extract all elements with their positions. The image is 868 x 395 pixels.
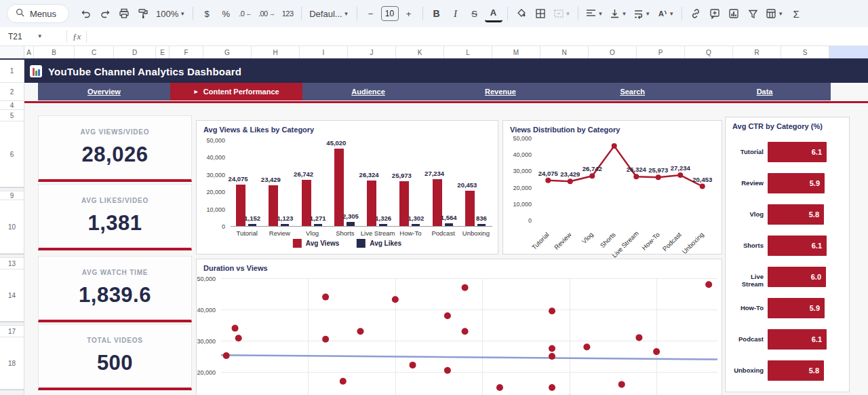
bar-avg-likes[interactable] (379, 224, 387, 226)
column-header-H[interactable]: H (252, 46, 300, 58)
hbar-tutorial[interactable]: 6.1 (768, 142, 827, 162)
hbar-unboxing[interactable]: 5.8 (768, 360, 824, 381)
hbar-category-label: Vlog (728, 210, 764, 218)
row-header-17[interactable]: 17 (0, 326, 24, 337)
font-size-input[interactable]: 10 (381, 6, 399, 21)
row-header-18[interactable]: 18 (0, 337, 24, 390)
functions-button[interactable]: Σ (787, 5, 805, 22)
zoom-select[interactable]: 100%▼ (153, 5, 188, 22)
filter-button[interactable] (744, 5, 762, 22)
borders-button[interactable] (532, 5, 549, 22)
font-select[interactable]: Defaul...▼ (307, 5, 351, 22)
column-header-J[interactable]: J (348, 46, 396, 58)
redo-button[interactable] (96, 5, 114, 22)
row-header-hidden[interactable] (0, 390, 24, 395)
bar-value-label: 27,234 (421, 170, 448, 177)
chevron-down-icon: ▼ (669, 11, 674, 17)
column-header-R[interactable]: R (733, 46, 781, 58)
column-header-C[interactable]: C (75, 46, 114, 58)
undo-button[interactable] (77, 5, 95, 22)
bar-avg-likes[interactable] (347, 222, 355, 226)
text-rotation-button[interactable]: A ▼ (654, 5, 677, 22)
formula-input[interactable] (92, 27, 868, 45)
paint-format-button[interactable] (134, 5, 152, 22)
row-header-5[interactable]: 5 (0, 110, 24, 121)
table-button[interactable]: ▼ (763, 5, 786, 22)
hbar-live-stream[interactable]: 6.0 (768, 267, 826, 287)
bar-avg-likes[interactable] (445, 223, 453, 226)
tab-search[interactable]: Search (566, 83, 698, 100)
decrease-decimal-button[interactable]: .0← (236, 5, 254, 22)
row-header-14[interactable]: 14 (0, 269, 24, 322)
formula-bar: T21 ▼ ƒx (0, 27, 868, 46)
column-header-A[interactable]: A (24, 46, 34, 58)
column-header-E[interactable]: E (156, 46, 170, 58)
insert-comment-button[interactable] (706, 5, 724, 22)
bar-avg-likes[interactable] (281, 224, 289, 226)
fill-color-button[interactable] (513, 5, 530, 22)
more-formats-button[interactable]: 123 (279, 5, 296, 22)
column-header-M[interactable]: M (492, 46, 540, 58)
column-header-P[interactable]: P (637, 46, 685, 58)
tab-label: Search (620, 88, 645, 96)
column-header-O[interactable]: O (589, 46, 637, 58)
row-header-6[interactable]: 6 (0, 121, 24, 187)
bar-avg-likes[interactable] (314, 224, 322, 226)
increase-decimal-button[interactable]: .00→ (256, 5, 277, 22)
vertical-align-button[interactable]: ▼ (607, 5, 629, 22)
bar-avg-likes[interactable] (412, 224, 420, 226)
tab-revenue[interactable]: Revenue (434, 83, 566, 100)
insert-link-button[interactable] (687, 5, 705, 22)
percent-format-button[interactable]: % (217, 5, 235, 22)
bar-avg-likes[interactable] (248, 224, 256, 226)
tab-data[interactable]: Data (698, 83, 831, 100)
row-header-1[interactable]: 1 (0, 60, 24, 83)
row-header-2[interactable]: 2 (0, 83, 24, 101)
tab-label: Overview (87, 88, 121, 96)
row-header-9[interactable]: 9 (0, 191, 24, 200)
column-header-G[interactable]: G (203, 46, 252, 58)
column-header-D[interactable]: D (114, 46, 156, 58)
text-color-button[interactable]: A (485, 5, 502, 22)
row-header-4[interactable]: 4 (0, 101, 24, 110)
print-button[interactable] (115, 5, 133, 22)
column-header-F[interactable]: F (170, 46, 203, 58)
point-value-label: 20,453 (688, 176, 717, 183)
kpi-card-avg-watch-time: AVG WATCH TIME1,839.6 (38, 256, 192, 322)
column-header-Q[interactable]: Q (685, 46, 733, 58)
strikethrough-button[interactable]: S (466, 5, 484, 22)
kpi-value: 1,381 (87, 211, 142, 236)
increase-font-size-button[interactable]: + (400, 5, 418, 22)
column-header-I[interactable]: I (300, 46, 348, 58)
column-header-selected-region[interactable] (829, 46, 868, 58)
column-header-N[interactable]: N (540, 46, 589, 58)
kpi-card-total-videos: TOTAL VIDEOS500 (38, 324, 192, 390)
hbar-podcast[interactable]: 6.1 (768, 329, 827, 350)
row-header-10[interactable]: 10 (0, 200, 24, 254)
dashboard-banner: YouTube Channel Analytics Dashboard (24, 60, 868, 83)
hbar-vlog[interactable]: 5.8 (768, 204, 824, 225)
tab-overview[interactable]: Overview (38, 83, 170, 100)
row-header-13[interactable]: 13 (0, 258, 24, 269)
horizontal-align-button[interactable]: ▼ (583, 5, 606, 22)
tab-content-performance[interactable]: ►Content Performance (170, 83, 302, 100)
currency-format-button[interactable]: $ (198, 5, 216, 22)
chevron-down-icon: ▼ (645, 11, 650, 17)
column-header-L[interactable]: L (444, 46, 492, 58)
select-all-corner[interactable] (0, 46, 24, 58)
hbar-review[interactable]: 5.9 (768, 173, 825, 193)
italic-button[interactable]: I (447, 5, 465, 22)
bar-avg-likes[interactable] (477, 224, 486, 226)
bold-button[interactable]: B (428, 5, 446, 22)
tab-audience[interactable]: Audience (302, 83, 435, 100)
text-wrap-button[interactable]: ▼ (631, 5, 653, 22)
column-header-B[interactable]: B (34, 46, 75, 58)
insert-chart-button[interactable] (725, 5, 743, 22)
decrease-font-size-button[interactable]: − (362, 5, 380, 22)
menus-search[interactable]: Menus (7, 4, 69, 23)
hbar-how-to[interactable]: 5.9 (768, 298, 825, 318)
column-header-S[interactable]: S (781, 46, 829, 58)
hbar-shorts[interactable]: 6.1 (768, 236, 827, 256)
name-box[interactable]: T21 ▼ (0, 32, 61, 41)
column-header-K[interactable]: K (396, 46, 444, 58)
